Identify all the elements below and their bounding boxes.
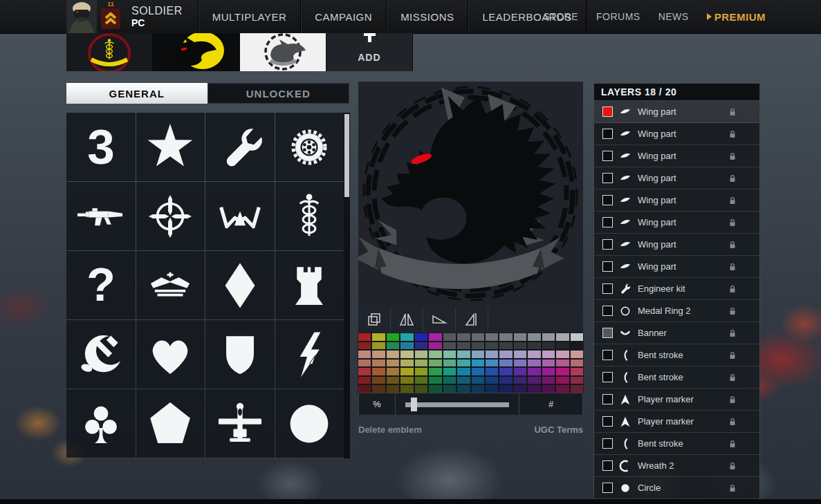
ugc-terms-link[interactable]: UGC Terms bbox=[534, 424, 583, 435]
palette-color-cell[interactable] bbox=[429, 360, 441, 367]
nav-right-link[interactable]: NEWS bbox=[658, 11, 689, 22]
palette-color-cell[interactable] bbox=[472, 360, 484, 367]
shape-cell[interactable] bbox=[136, 251, 205, 319]
layer-row[interactable]: Wing part bbox=[594, 123, 759, 145]
palette-color-cell[interactable] bbox=[358, 351, 371, 358]
palette-color-cell[interactable] bbox=[358, 342, 371, 350]
tab[interactable]: GENERAL bbox=[66, 83, 207, 104]
layer-color-swatch[interactable] bbox=[602, 328, 613, 338]
premium-link[interactable]: PREMIUM bbox=[707, 11, 766, 23]
palette-color-cell[interactable] bbox=[457, 342, 470, 350]
palette-color-cell[interactable] bbox=[528, 342, 540, 350]
palette-color-cell[interactable] bbox=[556, 377, 569, 384]
palette-color-cell[interactable] bbox=[415, 333, 427, 341]
palette-color-cell[interactable] bbox=[542, 333, 555, 341]
shape-cell[interactable] bbox=[205, 182, 275, 250]
palette-color-cell[interactable] bbox=[372, 333, 385, 341]
palette-color-cell[interactable] bbox=[514, 333, 526, 341]
nav-menu-item[interactable]: CAMPAIGN bbox=[301, 0, 387, 33]
shape-cell[interactable] bbox=[136, 320, 205, 389]
palette-color-cell[interactable] bbox=[514, 360, 526, 367]
palette-color-cell[interactable] bbox=[556, 351, 569, 358]
shape-cell[interactable] bbox=[205, 320, 275, 389]
layer-row[interactable]: Bent stroke bbox=[594, 433, 759, 455]
palette-color-cell[interactable] bbox=[443, 385, 456, 393]
layer-color-swatch[interactable] bbox=[602, 106, 613, 117]
palette-color-cell[interactable] bbox=[499, 385, 512, 393]
palette-color-cell[interactable] bbox=[571, 360, 583, 367]
palette-color-cell[interactable] bbox=[472, 333, 484, 341]
shape-cell[interactable] bbox=[66, 182, 136, 250]
palette-color-cell[interactable] bbox=[486, 360, 498, 367]
layer-row[interactable]: Player marker bbox=[594, 389, 759, 411]
palette-color-cell[interactable] bbox=[486, 385, 498, 393]
palette-color-cell[interactable] bbox=[429, 333, 441, 341]
shape-grid-scrollbar[interactable] bbox=[344, 113, 350, 458]
layer-row[interactable]: Wing part bbox=[594, 167, 759, 189]
layer-row[interactable]: Banner bbox=[594, 322, 759, 344]
hex-color-box[interactable]: # bbox=[519, 393, 583, 416]
palette-color-cell[interactable] bbox=[556, 333, 569, 341]
layer-color-swatch[interactable] bbox=[602, 195, 613, 205]
palette-color-cell[interactable] bbox=[387, 342, 399, 350]
palette-color-cell[interactable] bbox=[499, 342, 512, 350]
palette-color-cell[interactable] bbox=[542, 351, 555, 358]
layer-row[interactable]: Bent stroke bbox=[594, 366, 759, 389]
emblem-thumb-dragon-yellow[interactable] bbox=[153, 33, 239, 71]
palette-color-cell[interactable] bbox=[372, 342, 385, 350]
layer-row[interactable]: Bent stroke bbox=[594, 344, 759, 366]
palette-color-cell[interactable] bbox=[387, 385, 399, 393]
palette-color-cell[interactable] bbox=[528, 360, 540, 367]
palette-color-cell[interactable] bbox=[358, 333, 371, 341]
emblem-canvas[interactable] bbox=[358, 82, 583, 306]
palette-color-cell[interactable] bbox=[358, 368, 371, 375]
palette-color-cell[interactable] bbox=[457, 360, 470, 367]
palette-color-cell[interactable] bbox=[415, 385, 427, 393]
palette-color-cell[interactable] bbox=[457, 377, 470, 384]
layer-row[interactable]: Wing part bbox=[594, 189, 759, 212]
soldier-menu[interactable]: SOLDIER PC bbox=[124, 0, 199, 33]
palette-color-cell[interactable] bbox=[514, 385, 526, 393]
palette-color-cell[interactable] bbox=[429, 385, 441, 393]
palette-color-cell[interactable] bbox=[528, 333, 540, 341]
palette-color-cell[interactable] bbox=[400, 368, 413, 375]
layer-color-swatch[interactable] bbox=[602, 416, 613, 427]
layer-color-swatch[interactable] bbox=[602, 372, 613, 382]
layer-color-swatch[interactable] bbox=[602, 239, 613, 250]
shape-cell[interactable] bbox=[66, 320, 136, 389]
palette-color-cell[interactable] bbox=[400, 333, 413, 341]
layer-color-swatch[interactable] bbox=[602, 350, 613, 360]
layer-color-swatch[interactable] bbox=[602, 217, 613, 227]
palette-color-cell[interactable] bbox=[472, 385, 484, 393]
palette-color-cell[interactable] bbox=[400, 342, 413, 350]
palette-color-cell[interactable] bbox=[372, 377, 385, 384]
shape-cell[interactable] bbox=[136, 389, 205, 458]
shape-cell[interactable] bbox=[205, 113, 275, 181]
palette-color-cell[interactable] bbox=[528, 368, 540, 375]
shape-cell[interactable] bbox=[66, 389, 136, 458]
palette-color-cell[interactable] bbox=[556, 360, 569, 367]
palette-color-cell[interactable] bbox=[514, 351, 526, 358]
layer-color-swatch[interactable] bbox=[602, 173, 613, 183]
palette-color-cell[interactable] bbox=[472, 377, 484, 384]
palette-color-cell[interactable] bbox=[528, 385, 540, 393]
shape-cell[interactable] bbox=[275, 251, 344, 319]
shape-cell[interactable] bbox=[275, 389, 344, 458]
soldier-avatar[interactable] bbox=[66, 0, 97, 33]
palette-color-cell[interactable] bbox=[443, 360, 456, 367]
palette-color-cell[interactable] bbox=[415, 377, 427, 384]
layer-row[interactable]: Wreath 2 bbox=[594, 455, 759, 477]
layer-row[interactable]: Wing part bbox=[594, 101, 759, 123]
layer-row[interactable]: Engineer kit bbox=[594, 278, 759, 300]
palette-color-cell[interactable] bbox=[415, 342, 427, 350]
palette-color-cell[interactable] bbox=[499, 333, 512, 341]
nav-menu-item[interactable]: MULTIPLAYER bbox=[199, 0, 301, 33]
palette-color-cell[interactable] bbox=[400, 351, 413, 358]
palette-color-cell[interactable] bbox=[387, 351, 399, 358]
layer-color-swatch[interactable] bbox=[602, 306, 613, 316]
palette-color-cell[interactable] bbox=[457, 351, 470, 358]
palette-color-cell[interactable] bbox=[443, 351, 456, 358]
palette-color-cell[interactable] bbox=[472, 342, 484, 350]
palette-color-cell[interactable] bbox=[358, 385, 371, 393]
shape-cell[interactable] bbox=[275, 113, 344, 181]
